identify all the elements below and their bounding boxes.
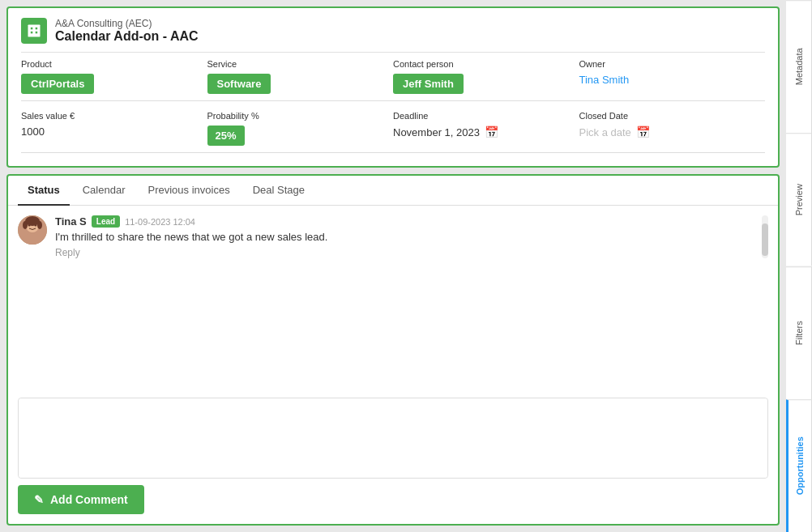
closed-date-value-row: Pick a date 📅 [579, 126, 756, 138]
sales-field: Sales value € 1000 [21, 104, 207, 153]
deadline-field: Deadline November 1, 2023 📅 [393, 104, 579, 153]
company-info: A&A Consulting (AEC) Calendar Add-on - A… [55, 18, 199, 44]
closed-date-field: Closed Date Pick a date 📅 [579, 104, 766, 153]
svg-point-11 [23, 221, 28, 229]
deadline-calendar-icon[interactable]: 📅 [485, 126, 498, 138]
commenter-name: Tina S [55, 215, 87, 228]
bottom-card: Status Calendar Previous invoices Deal S… [6, 174, 780, 526]
tab-status[interactable]: Status [18, 176, 70, 206]
contact-value: Jeff Smith [393, 74, 570, 94]
fields-row2: Sales value € 1000 Probability % 25% Dea… [21, 104, 765, 153]
contact-field: Contact person Jeff Smith [393, 53, 579, 101]
service-field: Service Software [207, 53, 394, 101]
comments-area: Tina S Lead 11-09-2023 12:04 I'm thrille… [8, 206, 778, 398]
service-badge: Software [207, 74, 271, 94]
product-badge: CtrlPortals [21, 74, 94, 94]
avatar-svg [18, 215, 47, 245]
owner-label: Owner [579, 59, 756, 69]
main-content: A&A Consulting (AEC) Calendar Add-on - A… [0, 0, 786, 532]
building-icon [26, 23, 42, 39]
closed-date-label: Closed Date [579, 111, 756, 121]
deadline-value: November 1, 2023 [393, 126, 480, 138]
probability-badge: 25% [207, 126, 245, 146]
deadline-label: Deadline [393, 111, 570, 121]
add-comment-label: Add Comment [50, 493, 128, 506]
product-value: CtrlPortals [21, 74, 198, 94]
top-card: A&A Consulting (AEC) Calendar Add-on - A… [6, 6, 780, 168]
company-header: A&A Consulting (AEC) Calendar Add-on - A… [21, 18, 765, 44]
avatar [18, 215, 47, 245]
svg-rect-1 [31, 28, 33, 30]
tabs-row: Status Calendar Previous invoices Deal S… [8, 176, 778, 206]
probability-value: 25% [207, 126, 384, 146]
service-value: Software [207, 74, 384, 94]
svg-rect-0 [28, 25, 41, 37]
edit-icon: ✎ [34, 493, 44, 506]
lead-badge: Lead [92, 215, 120, 228]
comment-item-wrapper: Tina S Lead 11-09-2023 12:04 I'm thrille… [18, 215, 768, 258]
svg-rect-2 [36, 28, 38, 30]
fields-row1: Product CtrlPortals Service Software Con… [21, 53, 765, 101]
closed-date-calendar-icon[interactable]: 📅 [636, 126, 650, 138]
sidebar-tab-preview[interactable]: Preview [786, 133, 812, 266]
company-name: A&A Consulting (AEC) [55, 18, 199, 29]
sidebar-tab-filters[interactable]: Filters [786, 266, 812, 399]
tab-deal-stage[interactable]: Deal Stage [243, 176, 314, 206]
sales-value: 1000 [21, 126, 198, 138]
owner-field: Owner Tina Smith [579, 53, 766, 101]
closed-date-placeholder[interactable]: Pick a date [579, 126, 631, 138]
owner-value[interactable]: Tina Smith [579, 74, 756, 86]
comment-text: I'm thrilled to share the news that we g… [55, 231, 768, 243]
contact-label: Contact person [393, 59, 570, 69]
svg-rect-4 [36, 32, 38, 34]
sidebar-tab-opportunities[interactable]: Opportunities [786, 399, 812, 532]
sales-label: Sales value € [21, 111, 198, 121]
scrollbar-thumb[interactable] [762, 223, 768, 256]
probability-field: Probability % 25% [207, 104, 394, 153]
comment-header: Tina S Lead 11-09-2023 12:04 [55, 215, 768, 228]
comment-input-area [18, 398, 768, 479]
sidebar-tab-metadata[interactable]: Metadata [786, 0, 812, 133]
product-label: Product [21, 59, 198, 69]
contact-badge: Jeff Smith [393, 74, 464, 94]
service-label: Service [207, 59, 384, 69]
screen: A&A Consulting (AEC) Calendar Add-on - A… [0, 0, 812, 532]
product-field: Product CtrlPortals [21, 53, 207, 101]
comment-body: Tina S Lead 11-09-2023 12:04 I'm thrille… [55, 215, 768, 258]
right-sidebar: Metadata Preview Filters Opportunities [786, 0, 812, 532]
probability-label: Probability % [207, 111, 384, 121]
comment-textarea[interactable] [19, 398, 767, 478]
deal-title: Calendar Add-on - AAC [55, 29, 199, 44]
comment-item: Tina S Lead 11-09-2023 12:04 I'm thrille… [18, 215, 768, 258]
tab-calendar[interactable]: Calendar [73, 176, 135, 206]
svg-rect-3 [31, 32, 33, 34]
scrollbar-track [762, 215, 768, 258]
company-icon [21, 18, 47, 44]
add-comment-button[interactable]: ✎ Add Comment [18, 485, 144, 514]
tab-previous-invoices[interactable]: Previous invoices [139, 176, 240, 206]
reply-link[interactable]: Reply [55, 247, 80, 258]
deadline-value-row: November 1, 2023 📅 [393, 126, 570, 138]
comment-time: 11-09-2023 12:04 [125, 217, 195, 227]
svg-point-12 [37, 221, 42, 229]
